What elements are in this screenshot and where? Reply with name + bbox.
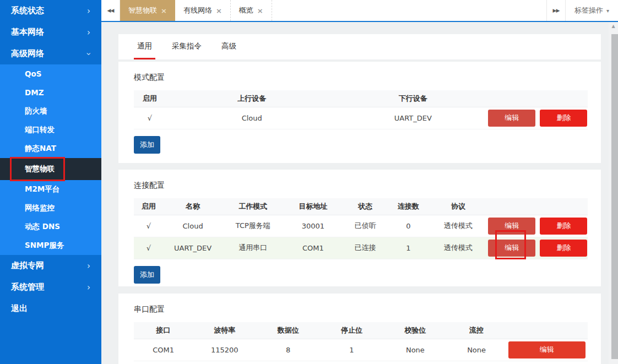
- edit-button[interactable]: 编辑: [508, 341, 586, 358]
- section-title: 模式配置: [134, 73, 588, 83]
- section-title: 串口配置: [134, 305, 588, 314]
- sidebar-item-dynamic-dns[interactable]: 动态 DNS: [0, 218, 101, 236]
- connection-config-table: 启用 名称 工作模式 目标地址 状态 连接数 协议 √ Cloud TCP服务端…: [134, 198, 588, 259]
- tab-advanced[interactable]: 高级: [218, 34, 240, 59]
- chevron-down-icon: ›: [84, 52, 94, 56]
- close-icon[interactable]: ×: [161, 7, 167, 15]
- edit-button[interactable]: 编辑: [488, 240, 535, 257]
- scroll-tabs-right-button[interactable]: ▶▶: [546, 0, 565, 21]
- chevron-right-icon: ›: [87, 261, 90, 271]
- cell-name: UART_DEV: [164, 237, 223, 259]
- cell-status: 已连接: [343, 237, 388, 259]
- tab-operations-dropdown[interactable]: 标签操作 ▾: [565, 0, 618, 21]
- column-header-parity: 校验位: [383, 322, 447, 339]
- cell-data-bits: 8: [256, 339, 319, 361]
- column-header-actions: [488, 198, 588, 215]
- edit-button[interactable]: 编辑: [488, 218, 535, 235]
- cell-target-address: 30001: [284, 215, 343, 237]
- column-header-target-address: 目标地址: [284, 198, 343, 215]
- column-header-baud-rate: 波特率: [193, 322, 256, 339]
- sidebar-item-m2m-platform[interactable]: M2M平台: [0, 180, 101, 199]
- cell-baud-rate: 115200: [193, 339, 256, 361]
- window-tab-smart-iot[interactable]: 智慧物联 ×: [120, 0, 175, 21]
- section-title: 连接配置: [134, 181, 588, 191]
- cell-protocol: 透传模式: [429, 215, 488, 237]
- serial-config-section: 串口配置 接口 波特率 数据位 停止位 校验位 流控 COM1 115200 8…: [118, 294, 601, 364]
- cell-actions: 编辑 删除: [488, 215, 588, 237]
- sidebar-item-logout[interactable]: 退出: [0, 298, 101, 319]
- cell-connection-count: 1: [388, 237, 429, 259]
- delete-button[interactable]: 删除: [540, 218, 587, 235]
- close-icon[interactable]: ×: [216, 7, 222, 15]
- double-chevron-left-icon: ◀◀: [107, 8, 114, 13]
- sidebar-item-advanced-network[interactable]: 高级网络 ›: [0, 43, 101, 64]
- sidebar-item-qos[interactable]: QoS: [0, 64, 101, 83]
- sidebar-item-smart-iot[interactable]: 智慧物联: [0, 158, 101, 180]
- sidebar-item-dmz[interactable]: DMZ: [0, 83, 101, 102]
- scroll-tabs-left-button[interactable]: ◀◀: [101, 0, 120, 21]
- scroll-up-arrow-icon[interactable]: ▲: [609, 22, 618, 31]
- cell-flow-control: None: [447, 339, 506, 361]
- caret-down-icon: ▾: [606, 8, 609, 14]
- add-button[interactable]: 添加: [134, 136, 160, 154]
- chevron-right-icon: ›: [87, 6, 90, 16]
- table-row: COM1 115200 8 1 None None 编辑: [134, 339, 588, 361]
- serial-config-table: 接口 波特率 数据位 停止位 校验位 流控 COM1 115200 8 1 No…: [134, 322, 588, 361]
- column-header-name: 名称: [164, 198, 223, 215]
- window-tab-label: 概览: [239, 6, 253, 15]
- sidebar-item-system-status[interactable]: 系统状态 ›: [0, 0, 101, 21]
- table-header-row: 接口 波特率 数据位 停止位 校验位 流控: [134, 322, 588, 339]
- cell-enabled: √: [134, 237, 164, 259]
- cell-connection-count: 0: [388, 215, 429, 237]
- delete-button[interactable]: 删除: [540, 240, 587, 257]
- table-row: √ Cloud TCP服务端 30001 已侦听 0 透传模式 编辑 删除: [134, 215, 588, 237]
- column-header-actions: [506, 322, 588, 339]
- sidebar-item-network-monitor[interactable]: 网络监控: [0, 199, 101, 218]
- cell-parity: None: [383, 339, 447, 361]
- scrollbar-thumb[interactable]: [611, 34, 618, 359]
- column-header-interface: 接口: [134, 322, 193, 339]
- column-header-connection-count: 连接数: [388, 198, 429, 215]
- cell-name: Cloud: [164, 215, 223, 237]
- advanced-network-submenu: QoS DMZ 防火墙 端口转发 静态NAT 智慧物联 M2M平台 网络监控 动…: [0, 64, 101, 255]
- cell-work-mode: 通用串口: [223, 237, 284, 259]
- close-icon[interactable]: ×: [257, 7, 263, 15]
- window-tab-label: 有线网络: [183, 6, 212, 15]
- tab-general[interactable]: 通用: [134, 34, 155, 59]
- sidebar-item-snmp-service[interactable]: SNMP服务: [0, 236, 101, 255]
- column-header-uplink: 上行设备: [166, 90, 338, 107]
- sidebar-item-firewall[interactable]: 防火墙: [0, 102, 101, 121]
- window-tab-bar: ◀◀ 智慧物联 × 有线网络 × 概览 × ▶▶ 标签操作 ▾: [101, 0, 618, 22]
- sidebar-item-label: 系统管理: [11, 282, 44, 292]
- delete-button[interactable]: 删除: [540, 110, 587, 127]
- vertical-scrollbar[interactable]: ▲: [609, 22, 618, 364]
- table-header-row: 启用 上行设备 下行设备: [134, 90, 588, 107]
- add-button[interactable]: 添加: [134, 266, 160, 284]
- sidebar-item-static-nat[interactable]: 静态NAT: [0, 139, 101, 158]
- column-header-actions: [488, 90, 588, 107]
- table-row: √ UART_DEV 通用串口 COM1 已连接 1 透传模式 编辑 删除: [134, 237, 588, 259]
- cell-stop-bits: 1: [320, 339, 383, 361]
- sidebar-item-port-forwarding[interactable]: 端口转发: [0, 121, 101, 139]
- cell-interface: COM1: [134, 339, 193, 361]
- cell-enabled: √: [134, 107, 166, 129]
- tab-collection-commands[interactable]: 采集指令: [169, 34, 205, 59]
- window-tab-overview[interactable]: 概览 ×: [231, 0, 272, 21]
- tab-bar-spacer: [272, 0, 546, 21]
- cell-actions: 编辑 删除: [488, 237, 588, 259]
- mode-config-section: 模式配置 启用 上行设备 下行设备 √ Cloud UART_DEV 编辑 删除…: [118, 62, 601, 163]
- cell-downlink: UART_DEV: [338, 107, 488, 129]
- window-tab-wired-network[interactable]: 有线网络 ×: [175, 0, 231, 21]
- sidebar-item-label: 基本网络: [11, 27, 44, 37]
- column-header-stop-bits: 停止位: [320, 322, 383, 339]
- table-row: √ Cloud UART_DEV 编辑 删除: [134, 107, 588, 129]
- sidebar-item-basic-network[interactable]: 基本网络 ›: [0, 21, 101, 43]
- sidebar-item-system-management[interactable]: 系统管理 ›: [0, 276, 101, 298]
- chevron-right-icon: ›: [87, 28, 90, 37]
- tab-operations-label: 标签操作: [574, 6, 603, 15]
- double-chevron-right-icon: ▶▶: [553, 8, 560, 13]
- cell-uplink: Cloud: [166, 107, 338, 129]
- edit-button[interactable]: 编辑: [488, 110, 535, 127]
- sidebar-item-vpn[interactable]: 虚拟专网 ›: [0, 255, 101, 276]
- cell-actions: 编辑 删除: [488, 107, 588, 129]
